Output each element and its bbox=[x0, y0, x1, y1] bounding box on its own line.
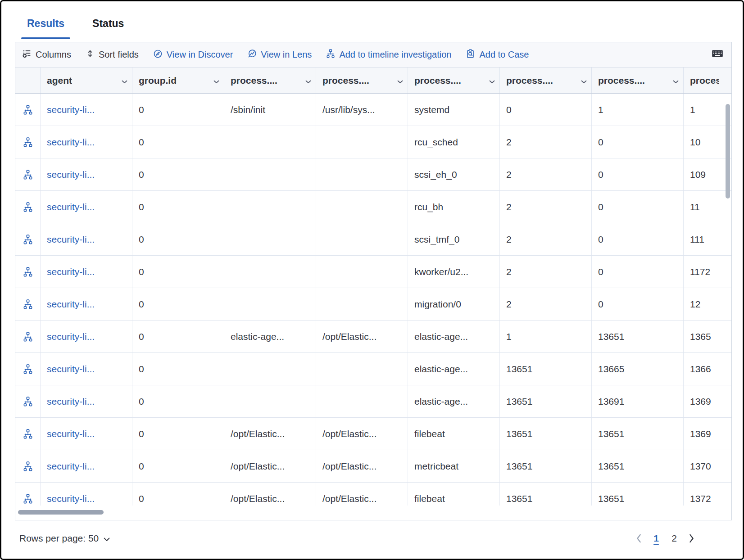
grid-cell[interactable]: scsi_eh_0 bbox=[408, 158, 500, 190]
agent-link[interactable]: security-li... bbox=[41, 288, 132, 320]
tab-results[interactable]: Results bbox=[21, 10, 70, 42]
grid-cell[interactable] bbox=[316, 158, 408, 190]
view-in-discover-button[interactable]: View in Discover bbox=[153, 49, 233, 61]
grid-cell[interactable] bbox=[316, 256, 408, 288]
horizontal-scrollbar-thumb[interactable] bbox=[18, 510, 104, 515]
vertical-scrollbar-thumb[interactable] bbox=[726, 104, 730, 199]
grid-cell[interactable]: 13665 bbox=[592, 353, 684, 385]
grid-cell[interactable]: 2 bbox=[500, 256, 592, 288]
grid-cell[interactable]: 0 bbox=[132, 353, 224, 385]
grid-cell[interactable]: 0 bbox=[592, 223, 684, 255]
grid-cell[interactable]: /opt/Elastic... bbox=[316, 450, 408, 482]
grid-cell[interactable]: 2 bbox=[500, 191, 592, 223]
agent-link[interactable]: security-li... bbox=[41, 158, 132, 190]
agent-link[interactable]: security-li... bbox=[41, 483, 132, 506]
grid-cell[interactable] bbox=[224, 126, 316, 158]
open-analyzer-icon-button[interactable] bbox=[15, 94, 41, 126]
column-header[interactable]: process.... bbox=[408, 68, 500, 93]
open-analyzer-icon-button[interactable] bbox=[15, 483, 41, 506]
grid-cell[interactable] bbox=[224, 353, 316, 385]
grid-cell[interactable]: 13651 bbox=[500, 483, 592, 506]
grid-cell[interactable] bbox=[316, 353, 408, 385]
add-to-case-button[interactable]: Add to Case bbox=[466, 49, 529, 61]
previous-page-button[interactable] bbox=[633, 532, 645, 545]
grid-cell[interactable]: 13651 bbox=[500, 450, 592, 482]
columns-button[interactable]: Columns bbox=[23, 49, 71, 60]
grid-cell[interactable]: 0 bbox=[592, 191, 684, 223]
grid-cell[interactable]: /opt/Elastic... bbox=[224, 483, 316, 506]
open-analyzer-icon-button[interactable] bbox=[15, 256, 41, 288]
grid-cell[interactable]: 1369 bbox=[684, 418, 724, 450]
grid-cell[interactable]: 12 bbox=[684, 288, 724, 320]
grid-cell[interactable]: elastic-age... bbox=[408, 385, 500, 417]
agent-link[interactable]: security-li... bbox=[41, 450, 132, 482]
grid-cell[interactable]: rcu_bh bbox=[408, 191, 500, 223]
grid-cell[interactable]: 13651 bbox=[500, 385, 592, 417]
grid-cell[interactable]: 2 bbox=[500, 158, 592, 190]
grid-cell[interactable]: 0 bbox=[132, 223, 224, 255]
open-analyzer-icon-button[interactable] bbox=[15, 385, 41, 417]
grid-cell[interactable]: 0 bbox=[132, 450, 224, 482]
grid-cell[interactable]: 11 bbox=[684, 191, 724, 223]
grid-cell[interactable]: 1370 bbox=[684, 450, 724, 482]
grid-cell[interactable]: 0 bbox=[592, 288, 684, 320]
grid-cell[interactable]: /usr/lib/sys... bbox=[316, 94, 408, 126]
agent-link[interactable]: security-li... bbox=[41, 126, 132, 158]
open-analyzer-icon-button[interactable] bbox=[15, 191, 41, 223]
view-in-lens-button[interactable]: View in Lens bbox=[247, 49, 312, 61]
grid-cell[interactable]: 13651 bbox=[500, 418, 592, 450]
grid-cell[interactable]: 13691 bbox=[592, 385, 684, 417]
grid-cell[interactable]: 0 bbox=[500, 94, 592, 126]
grid-cell[interactable]: metricbeat bbox=[408, 450, 500, 482]
grid-cell[interactable]: systemd bbox=[408, 94, 500, 126]
grid-cell[interactable] bbox=[316, 223, 408, 255]
page-2-button[interactable]: 2 bbox=[667, 530, 681, 546]
grid-cell[interactable]: rcu_sched bbox=[408, 126, 500, 158]
open-analyzer-icon-button[interactable] bbox=[15, 321, 41, 352]
open-analyzer-icon-button[interactable] bbox=[15, 158, 41, 190]
grid-cell[interactable]: 1369 bbox=[684, 385, 724, 417]
grid-cell[interactable]: 13651 bbox=[592, 450, 684, 482]
tab-status[interactable]: Status bbox=[86, 10, 130, 42]
column-header[interactable]: process.... bbox=[592, 68, 684, 93]
grid-cell[interactable]: 0 bbox=[132, 256, 224, 288]
grid-cell[interactable]: /opt/Elastic... bbox=[316, 483, 408, 506]
grid-cell[interactable]: 2 bbox=[500, 288, 592, 320]
grid-cell[interactable]: 1 bbox=[592, 94, 684, 126]
grid-cell[interactable]: /opt/Elastic... bbox=[316, 418, 408, 450]
grid-cell[interactable] bbox=[316, 385, 408, 417]
grid-cell[interactable]: 13651 bbox=[592, 418, 684, 450]
grid-cell[interactable] bbox=[224, 288, 316, 320]
next-page-button[interactable] bbox=[685, 532, 698, 545]
grid-cell[interactable]: 1172 bbox=[684, 256, 724, 288]
grid-cell[interactable] bbox=[224, 158, 316, 190]
column-header[interactable]: process.... bbox=[316, 68, 408, 93]
agent-link[interactable]: security-li... bbox=[41, 321, 132, 352]
grid-cell[interactable]: 0 bbox=[132, 418, 224, 450]
column-header[interactable]: group.id bbox=[132, 68, 224, 93]
grid-cell[interactable] bbox=[224, 191, 316, 223]
open-analyzer-icon-button[interactable] bbox=[15, 288, 41, 320]
grid-cell[interactable]: filebeat bbox=[408, 418, 500, 450]
grid-cell[interactable]: 0 bbox=[592, 126, 684, 158]
grid-cell[interactable] bbox=[224, 385, 316, 417]
open-analyzer-icon-button[interactable] bbox=[15, 353, 41, 385]
grid-cell[interactable]: 13651 bbox=[500, 353, 592, 385]
grid-cell[interactable]: elastic-age... bbox=[408, 321, 500, 352]
grid-cell[interactable]: 1 bbox=[500, 321, 592, 352]
grid-cell[interactable]: scsi_tmf_0 bbox=[408, 223, 500, 255]
grid-cell[interactable]: 10 bbox=[684, 126, 724, 158]
grid-cell[interactable]: 0 bbox=[592, 256, 684, 288]
add-to-timeline-button[interactable]: Add to timeline investigation bbox=[326, 49, 451, 60]
rows-per-page-button[interactable]: Rows per page: 50 bbox=[19, 533, 110, 544]
grid-cell[interactable] bbox=[316, 191, 408, 223]
grid-cell[interactable]: 13651 bbox=[592, 321, 684, 352]
agent-link[interactable]: security-li... bbox=[41, 94, 132, 126]
grid-cell[interactable]: 0 bbox=[132, 126, 224, 158]
grid-cell[interactable]: 0 bbox=[132, 321, 224, 352]
grid-cell[interactable]: kworker/u2... bbox=[408, 256, 500, 288]
open-analyzer-icon-button[interactable] bbox=[15, 126, 41, 158]
grid-cell[interactable]: 0 bbox=[132, 288, 224, 320]
grid-cell[interactable]: 1372 bbox=[684, 483, 724, 506]
agent-link[interactable]: security-li... bbox=[41, 353, 132, 385]
